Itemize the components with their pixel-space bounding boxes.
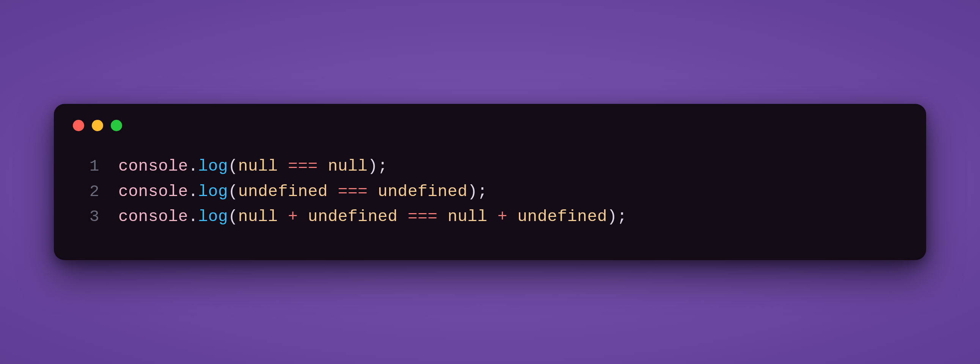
code-token: log (198, 207, 228, 226)
minimize-icon[interactable] (92, 120, 103, 131)
code-token: . (188, 157, 198, 176)
code-token: console (118, 207, 188, 226)
code-token (438, 207, 447, 226)
code-token: console (118, 157, 188, 176)
code-token: null (238, 207, 278, 226)
code-content: console.log(null + undefined === null + … (118, 204, 904, 230)
code-token: ); (368, 157, 388, 176)
code-token: . (188, 182, 198, 201)
close-icon[interactable] (73, 120, 84, 131)
code-content: console.log(null === null); (118, 154, 904, 180)
code-token: null (447, 207, 487, 226)
code-token: log (198, 157, 228, 176)
code-token: null (328, 157, 368, 176)
code-token (508, 207, 517, 226)
code-content: console.log(undefined === undefined); (118, 180, 904, 205)
code-line: 1console.log(null === null); (76, 154, 904, 180)
code-token (318, 157, 328, 176)
maximize-icon[interactable] (111, 120, 122, 131)
code-token (298, 207, 308, 226)
code-token: . (188, 207, 198, 226)
code-line: 3console.log(null + undefined === null +… (76, 204, 904, 230)
code-token: ( (228, 207, 238, 226)
code-token: ); (468, 182, 488, 201)
code-token: null (238, 157, 278, 176)
code-token: undefined (308, 207, 398, 226)
line-number: 3 (76, 204, 118, 230)
code-window: 1console.log(null === null);2console.log… (54, 104, 926, 260)
line-number: 2 (76, 180, 118, 205)
line-number: 1 (76, 154, 118, 180)
code-token: === (408, 207, 438, 226)
window-titlebar (54, 104, 926, 139)
code-token: + (288, 207, 298, 226)
code-token: === (338, 182, 368, 201)
code-line: 2console.log(undefined === undefined); (76, 180, 904, 205)
code-token: undefined (238, 182, 328, 201)
code-token: ); (607, 207, 627, 226)
code-token: undefined (378, 182, 468, 201)
code-token: ( (228, 157, 238, 176)
code-token: undefined (517, 207, 607, 226)
code-token: ( (228, 182, 238, 201)
code-token (487, 207, 497, 226)
code-token (368, 182, 378, 201)
code-token: console (118, 182, 188, 201)
code-token (278, 157, 288, 176)
code-token (278, 207, 288, 226)
code-token (328, 182, 337, 201)
code-token: === (288, 157, 318, 176)
code-token: + (498, 207, 508, 226)
code-token: log (198, 182, 228, 201)
code-token (398, 207, 408, 226)
code-editor[interactable]: 1console.log(null === null);2console.log… (54, 139, 926, 230)
